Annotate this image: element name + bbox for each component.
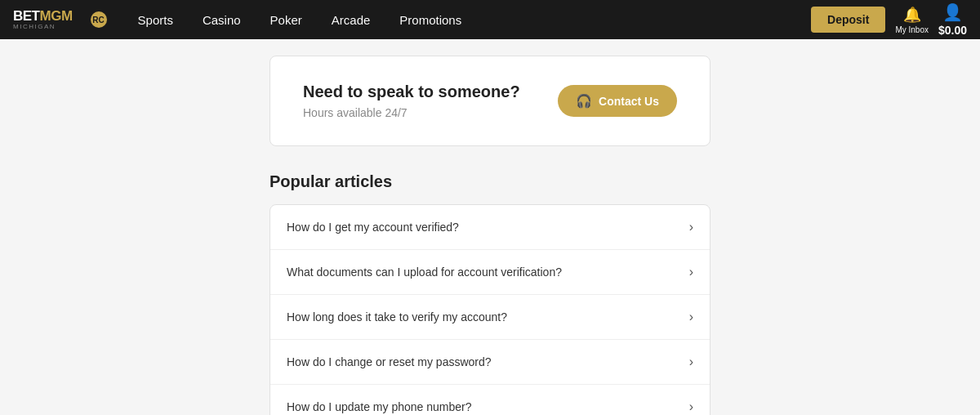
headset-icon: 🎧 — [576, 93, 592, 109]
nav-casino[interactable]: Casino — [188, 0, 256, 39]
nav-poker[interactable]: Poker — [256, 0, 317, 39]
article-item[interactable]: How do I update my phone number?› — [270, 385, 710, 415]
nav-links: Sports Casino Poker Arcade Promotions — [123, 0, 811, 39]
article-item[interactable]: How do I get my account verified?› — [270, 205, 710, 250]
logo-badge: RC — [91, 11, 107, 28]
balance-display[interactable]: 👤 $0.00 — [938, 2, 967, 37]
article-item[interactable]: What documents can I upload for account … — [270, 250, 710, 295]
main-content: Need to speak to someone? Hours availabl… — [0, 39, 980, 415]
article-item[interactable]: How do I change or reset my password?› — [270, 340, 710, 385]
contact-card: Need to speak to someone? Hours availabl… — [270, 56, 710, 146]
inbox-nav[interactable]: 🔔 My Inbox — [895, 6, 929, 34]
user-icon: 👤 — [942, 2, 963, 22]
chevron-right-icon: › — [689, 310, 693, 324]
articles-section: Popular articles How do I get my account… — [270, 172, 710, 415]
contact-us-button[interactable]: 🎧 Contact Us — [558, 85, 677, 117]
inbox-icon: 🔔 — [903, 6, 921, 24]
balance-amount: $0.00 — [938, 24, 967, 37]
chevron-right-icon: › — [689, 265, 693, 279]
contact-card-heading: Need to speak to someone? — [303, 83, 520, 101]
article-item-text: How long does it take to verify my accou… — [287, 310, 507, 324]
article-item-text: How do I change or reset my password? — [287, 355, 492, 368]
nav-right: Deposit 🔔 My Inbox 👤 $0.00 — [811, 2, 967, 37]
logo-subtext: MICHIGAN — [13, 23, 56, 30]
chevron-right-icon: › — [689, 399, 693, 414]
contact-us-label: Contact Us — [599, 95, 659, 108]
article-list: How do I get my account verified?›What d… — [270, 204, 710, 415]
deposit-button[interactable]: Deposit — [811, 7, 885, 33]
nav-arcade[interactable]: Arcade — [317, 0, 385, 39]
logo-text: BETMGM — [13, 9, 73, 23]
contact-card-text: Need to speak to someone? Hours availabl… — [303, 83, 520, 119]
article-item-text: How do I get my account verified? — [287, 221, 459, 234]
nav-promotions[interactable]: Promotions — [385, 0, 476, 39]
nav-sports[interactable]: Sports — [123, 0, 188, 39]
inbox-label: My Inbox — [895, 25, 929, 34]
nav-logo[interactable]: BETMGM MICHIGAN RC — [13, 9, 107, 30]
chevron-right-icon: › — [689, 220, 693, 234]
articles-title: Popular articles — [270, 172, 710, 191]
article-item[interactable]: How long does it take to verify my accou… — [270, 295, 710, 340]
article-item-text: How do I update my phone number? — [287, 400, 471, 413]
contact-card-subtext: Hours available 24/7 — [303, 106, 520, 119]
chevron-right-icon: › — [689, 355, 693, 369]
article-item-text: What documents can I upload for account … — [287, 266, 562, 279]
main-nav: BETMGM MICHIGAN RC Sports Casino Poker A… — [0, 0, 980, 39]
